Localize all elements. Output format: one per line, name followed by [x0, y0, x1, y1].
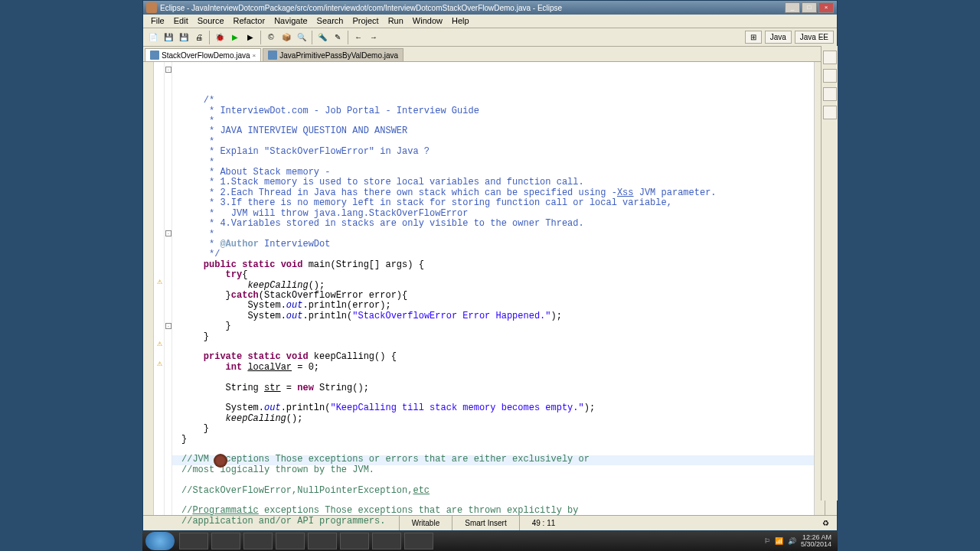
menubar: File Edit Source Refactor Navigate Searc… — [143, 15, 837, 28]
tray-volume-icon[interactable]: 🔊 — [788, 537, 796, 545]
annotate-icon[interactable]: ✎ — [331, 31, 345, 44]
toolbar: 📄 💾 💾 🖨 🐞 ▶ ▶ © 📦 🔍 🔦 ✎ ← → ⊞ Java Java … — [143, 28, 837, 47]
tray-network-icon[interactable]: 📶 — [775, 537, 783, 545]
system-tray[interactable]: ⚐ 📶 🔊 12:26 AM 5/30/2014 — [764, 534, 838, 548]
java-file-icon — [150, 51, 159, 60]
separator — [260, 31, 261, 44]
save-icon[interactable]: 💾 — [162, 31, 175, 44]
taskbar-app-icon[interactable] — [340, 533, 369, 549]
fold-column: - - - — [165, 62, 172, 527]
code-content: /* * InterviewDot.com - Job Portal - Int… — [181, 96, 814, 527]
taskbar-eclipse-icon[interactable] — [372, 533, 401, 549]
taskbar-ie-icon[interactable] — [179, 533, 208, 549]
new-class-icon[interactable]: © — [264, 31, 278, 44]
search-icon[interactable]: 🔦 — [315, 31, 329, 44]
javaee-perspective-button[interactable]: Java EE — [795, 31, 834, 44]
print-icon[interactable]: 🖨 — [192, 31, 206, 44]
new-icon[interactable]: 📄 — [146, 31, 160, 44]
open-perspective-icon[interactable]: ⊞ — [745, 31, 762, 44]
open-type-icon[interactable]: 🔍 — [295, 31, 309, 44]
close-button[interactable]: × — [818, 2, 834, 13]
left-ruler — [143, 62, 154, 527]
menu-refactor[interactable]: Refactor — [229, 15, 270, 28]
menu-window[interactable]: Window — [408, 15, 447, 28]
menu-run[interactable]: Run — [384, 15, 408, 28]
fold-icon[interactable]: - — [165, 67, 172, 73]
tab-stackoverflow[interactable]: StackOverFlowDemo.java × — [145, 48, 261, 61]
menu-help[interactable]: Help — [447, 15, 474, 28]
perspective-switcher: ⊞ Java Java EE — [745, 31, 834, 44]
editor[interactable]: ⚠ ⚠ ⚠ - - - /* * InterviewDot.com - Job … — [143, 62, 837, 527]
warning-icon: ⚠ — [155, 279, 163, 286]
eclipse-window: Eclipse - JavaInterviewDotcomPackage/src… — [142, 0, 838, 531]
run-last-icon[interactable]: ▶ — [243, 31, 257, 44]
back-icon[interactable]: ← — [351, 31, 365, 44]
taskbar-app2-icon[interactable] — [404, 533, 433, 549]
maximize-button[interactable]: □ — [802, 2, 817, 13]
window-title: Eclipse - JavaInterviewDotcomPackage/src… — [160, 4, 785, 12]
cursor-indicator — [214, 454, 227, 468]
window-controls: _ □ × — [785, 2, 834, 13]
taskbar-firefox-icon[interactable] — [308, 533, 337, 549]
java-file-icon — [268, 51, 277, 60]
run-icon[interactable]: ▶ — [228, 31, 242, 44]
new-package-icon[interactable]: 📦 — [279, 31, 293, 44]
problems-view-icon[interactable] — [823, 87, 837, 101]
heap-icon[interactable]: ♻ — [818, 517, 832, 530]
task-view-icon[interactable] — [823, 69, 837, 83]
separator — [348, 31, 348, 44]
windows-taskbar: ⚐ 📶 🔊 12:26 AM 5/30/2014 — [142, 531, 838, 551]
taskbar-vlc-icon[interactable] — [276, 533, 305, 549]
java-perspective-button[interactable]: Java — [765, 31, 792, 44]
separator — [312, 31, 312, 44]
eclipse-icon — [146, 2, 157, 13]
tab-primitivepass[interactable]: JavaPrimitivePassByValDemo.java — [263, 48, 403, 61]
declaration-view-icon[interactable] — [823, 106, 837, 119]
tab-label: JavaPrimitivePassByValDemo.java — [279, 51, 398, 60]
titlebar: Eclipse - JavaInterviewDotcomPackage/src… — [143, 1, 837, 15]
menu-project[interactable]: Project — [348, 15, 383, 28]
separator — [209, 31, 210, 44]
start-button[interactable] — [145, 532, 175, 550]
debug-icon[interactable]: 🐞 — [213, 31, 227, 44]
outline-view-icon[interactable] — [823, 51, 837, 64]
warning-icon: ⚠ — [155, 360, 163, 368]
right-trim — [821, 46, 838, 500]
forward-icon[interactable]: → — [367, 31, 381, 44]
tray-flag-icon[interactable]: ⚐ — [764, 537, 770, 545]
fold-icon[interactable]: - — [165, 230, 172, 236]
menu-source[interactable]: Source — [193, 15, 229, 28]
code-area[interactable]: /* * InterviewDot.com - Job Portal - Int… — [172, 62, 814, 527]
fold-icon[interactable]: - — [165, 323, 172, 329]
close-icon[interactable]: × — [253, 52, 256, 59]
tab-label: StackOverFlowDemo.java — [162, 51, 250, 60]
menu-file[interactable]: File — [146, 15, 169, 28]
saveall-icon[interactable]: 💾 — [177, 31, 191, 44]
marker-column: ⚠ ⚠ ⚠ — [154, 62, 165, 527]
editor-tabbar: StackOverFlowDemo.java × JavaPrimitivePa… — [143, 47, 837, 62]
taskbar-explorer-icon[interactable] — [211, 533, 240, 549]
minimize-button[interactable]: _ — [785, 2, 800, 13]
taskbar-media-icon[interactable] — [243, 533, 273, 549]
menu-navigate[interactable]: Navigate — [270, 15, 312, 28]
menu-edit[interactable]: Edit — [169, 15, 193, 28]
warning-icon: ⚠ — [155, 341, 163, 348]
menu-search[interactable]: Search — [312, 15, 348, 28]
tray-date: 5/30/2014 — [801, 541, 831, 548]
